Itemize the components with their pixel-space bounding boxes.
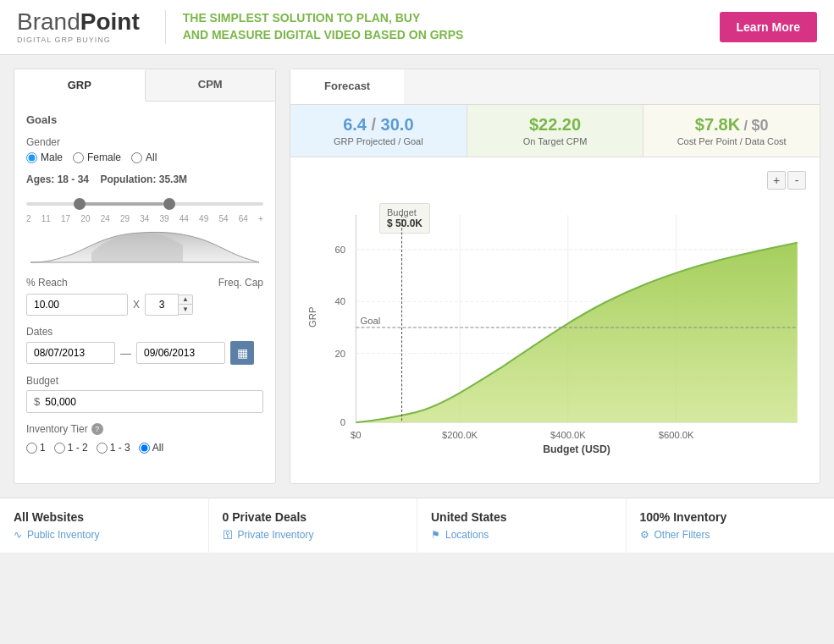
footer-locations-highlight: United States: [431, 510, 506, 524]
footer-deals-rest: Private Deals: [229, 510, 307, 524]
forecast-tabs: Forecast: [290, 69, 820, 105]
freq-up-button[interactable]: ▲: [179, 295, 192, 305]
forecast-tab-inactive[interactable]: [404, 69, 820, 104]
footer-websites-rest: Websites: [29, 510, 84, 524]
left-panel-tabs: GRP CPM: [14, 69, 275, 102]
tagline-line2: AND MEASURE DIGITAL VIDEO BASED ON GRPs: [183, 27, 720, 44]
age-slider[interactable]: 2 11 17 20 24 29 34 39 44 49 54 64 +: [26, 190, 263, 227]
footer-websites-title: All Websites: [14, 510, 195, 524]
grp-divider: /: [367, 115, 381, 134]
svg-text:$0: $0: [351, 430, 362, 440]
key-icon: ⚿: [223, 529, 233, 541]
gender-field: Gender Male Female All: [26, 136, 263, 163]
forecast-tab-active[interactable]: Forecast: [290, 69, 404, 104]
gender-all-option[interactable]: All: [131, 151, 157, 163]
goals-title: Goals: [26, 113, 263, 126]
metric-cpp-value: $7.8K / $0: [657, 115, 806, 135]
learn-more-button[interactable]: Learn More: [720, 12, 817, 42]
population-label: Population: 35.3M: [100, 173, 187, 185]
zoom-out-button[interactable]: -: [787, 171, 806, 190]
metric-grp-sub: GRP Projected / Goal: [304, 136, 453, 146]
freq-down-button[interactable]: ▼: [179, 305, 192, 314]
tier-13-option[interactable]: 1 - 3: [97, 442, 130, 454]
footer-section-deals: 0 Private Deals ⚿ Private Inventory: [209, 498, 418, 553]
calendar-button[interactable]: ▦: [230, 341, 254, 365]
goals-section: Goals: [26, 113, 263, 126]
other-filters-link[interactable]: ⚙ Other Filters: [640, 529, 821, 541]
footer: All Websites ∿ Public Inventory 0 Privat…: [0, 498, 834, 553]
forecast-svg: Goal 60 40 20 0 $0 $200.0K $400.0K $600.…: [304, 196, 806, 467]
gender-label: Gender: [26, 136, 263, 148]
footer-filters-highlight: 100%: [640, 510, 671, 524]
private-inventory-label: Private Inventory: [238, 529, 314, 541]
tier-options: 1 1 - 2 1 - 3 All: [26, 442, 263, 454]
tier-13-label: 1 - 3: [110, 442, 130, 454]
metric-cpp-sub: Cost Per Point / Data Cost: [657, 136, 806, 146]
dates-field: Dates — ▦: [26, 326, 263, 365]
gender-options: Male Female All: [26, 151, 263, 163]
tier-12-option[interactable]: 1 - 2: [54, 442, 88, 454]
metric-cpm: $22.20 On Target CPM: [467, 105, 644, 157]
tier-all-option[interactable]: All: [139, 442, 163, 454]
tab-cpm[interactable]: CPM: [146, 69, 276, 101]
svg-text:GRP: GRP: [307, 307, 318, 328]
freq-input-wrap: ▲ ▼: [145, 294, 193, 316]
rss-icon: ∿: [14, 529, 22, 541]
svg-text:$200.0K: $200.0K: [442, 430, 478, 440]
budget-label: Budget: [26, 375, 263, 387]
brand-logo: BrandPoint DIGITAL GRP BUYING: [17, 10, 140, 44]
gender-all-label: All: [146, 151, 157, 163]
public-inventory-link[interactable]: ∿ Public Inventory: [14, 529, 195, 541]
svg-text:Goal: Goal: [360, 316, 380, 326]
forecast-chart: Goal 60 40 20 0 $0 $200.0K $400.0K $600.…: [304, 196, 806, 470]
grp-goal: 30.0: [381, 115, 414, 134]
tier-1-radio[interactable]: [26, 443, 37, 454]
reach-freq-row: % Reach Freq. Cap: [26, 277, 263, 289]
gender-male-radio[interactable]: [26, 152, 37, 163]
slider-fill: [74, 202, 163, 206]
dates-label: Dates: [26, 326, 263, 338]
slider-handle-left[interactable]: [74, 198, 86, 210]
tier-1-option[interactable]: 1: [26, 442, 46, 454]
zoom-in-button[interactable]: +: [767, 171, 786, 190]
private-inventory-link[interactable]: ⚿ Private Inventory: [223, 529, 404, 541]
metric-cpm-sub: On Target CPM: [481, 136, 630, 146]
metric-grp: 6.4 / 30.0 GRP Projected / Goal: [290, 105, 467, 157]
slider-track: [26, 202, 263, 206]
metric-cpm-value: $22.20: [481, 115, 630, 135]
gender-female-option[interactable]: Female: [73, 151, 121, 163]
gender-female-label: Female: [87, 151, 121, 163]
start-date-input[interactable]: [26, 342, 115, 364]
slider-handle-right[interactable]: [163, 198, 175, 210]
metric-cpp: $7.8K / $0 Cost Per Point / Data Cost: [643, 105, 820, 157]
locations-link[interactable]: ⚑ Locations: [431, 529, 612, 541]
tab-grp[interactable]: GRP: [14, 70, 146, 102]
footer-section-locations: United States ⚑ Locations: [417, 498, 627, 553]
help-icon[interactable]: ?: [91, 423, 103, 435]
svg-text:$600.0K: $600.0K: [659, 430, 694, 440]
chart-area: + - Budget $ 50.0K: [290, 157, 820, 483]
tier-all-radio[interactable]: [139, 443, 150, 454]
tier-13-radio[interactable]: [97, 443, 108, 454]
metric-grp-value: 6.4 / 30.0: [304, 115, 453, 135]
grp-projected: 6.4: [343, 115, 367, 134]
date-dash: —: [120, 347, 131, 360]
age-info: Ages: 18 - 34 Population: 35.3M: [26, 173, 263, 185]
metrics-row: 6.4 / 30.0 GRP Projected / Goal $22.20 O…: [290, 105, 820, 157]
freq-input[interactable]: [145, 294, 179, 316]
reach-input[interactable]: [26, 294, 128, 316]
gender-female-radio[interactable]: [73, 152, 84, 163]
end-date-input[interactable]: [136, 342, 225, 364]
tier-1-label: 1: [40, 442, 46, 454]
tier-12-radio[interactable]: [54, 443, 65, 454]
budget-input-wrap: $: [26, 390, 263, 413]
budget-input[interactable]: [45, 396, 256, 408]
cpp-data: $0: [752, 117, 769, 134]
zoom-buttons: + -: [767, 171, 806, 190]
tier-all-label: All: [152, 442, 163, 454]
gender-all-radio[interactable]: [131, 152, 142, 163]
gender-male-option[interactable]: Male: [26, 151, 63, 163]
panel-body: Goals Gender Male Female All: [14, 102, 275, 476]
footer-locations-title: United States: [431, 510, 612, 524]
budget-field: Budget $: [26, 375, 263, 413]
